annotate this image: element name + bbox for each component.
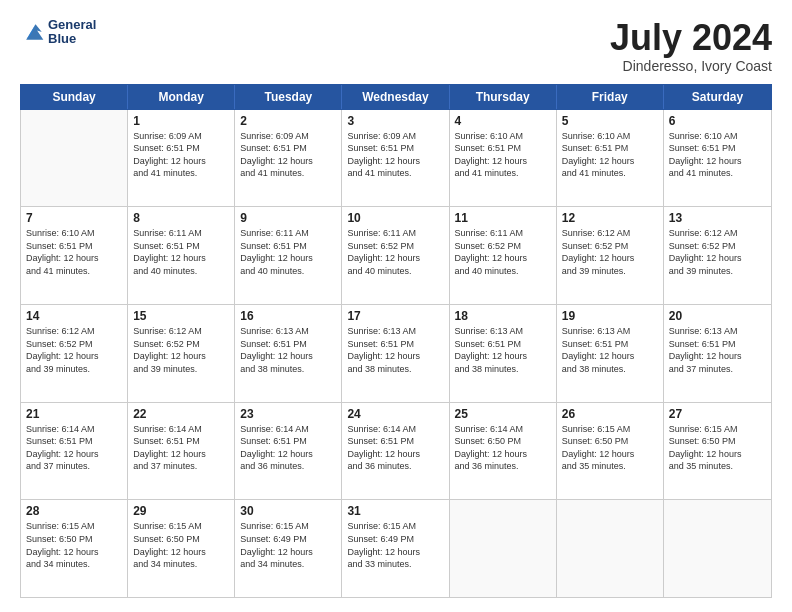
cell-date-number: 25	[455, 407, 551, 421]
calendar-cell: 26Sunrise: 6:15 AM Sunset: 6:50 PM Dayli…	[557, 403, 664, 500]
calendar-day-header: Sunday	[21, 85, 128, 109]
cell-daylight-info: Sunrise: 6:14 AM Sunset: 6:51 PM Dayligh…	[133, 423, 229, 473]
cell-daylight-info: Sunrise: 6:11 AM Sunset: 6:52 PM Dayligh…	[347, 227, 443, 277]
calendar-row: 7Sunrise: 6:10 AM Sunset: 6:51 PM Daylig…	[21, 207, 771, 305]
calendar-day-header: Tuesday	[235, 85, 342, 109]
cell-daylight-info: Sunrise: 6:09 AM Sunset: 6:51 PM Dayligh…	[240, 130, 336, 180]
cell-daylight-info: Sunrise: 6:12 AM Sunset: 6:52 PM Dayligh…	[562, 227, 658, 277]
cell-date-number: 14	[26, 309, 122, 323]
cell-date-number: 23	[240, 407, 336, 421]
calendar-cell	[557, 500, 664, 597]
cell-daylight-info: Sunrise: 6:13 AM Sunset: 6:51 PM Dayligh…	[562, 325, 658, 375]
calendar-cell: 7Sunrise: 6:10 AM Sunset: 6:51 PM Daylig…	[21, 207, 128, 304]
calendar-cell: 4Sunrise: 6:10 AM Sunset: 6:51 PM Daylig…	[450, 110, 557, 207]
cell-date-number: 21	[26, 407, 122, 421]
cell-daylight-info: Sunrise: 6:13 AM Sunset: 6:51 PM Dayligh…	[669, 325, 766, 375]
calendar-day-header: Wednesday	[342, 85, 449, 109]
cell-daylight-info: Sunrise: 6:10 AM Sunset: 6:51 PM Dayligh…	[562, 130, 658, 180]
cell-date-number: 2	[240, 114, 336, 128]
logo: General Blue	[20, 18, 96, 47]
calendar-cell: 11Sunrise: 6:11 AM Sunset: 6:52 PM Dayli…	[450, 207, 557, 304]
month-title: July 2024	[610, 18, 772, 58]
cell-date-number: 12	[562, 211, 658, 225]
cell-daylight-info: Sunrise: 6:10 AM Sunset: 6:51 PM Dayligh…	[669, 130, 766, 180]
cell-daylight-info: Sunrise: 6:11 AM Sunset: 6:51 PM Dayligh…	[133, 227, 229, 277]
cell-daylight-info: Sunrise: 6:14 AM Sunset: 6:50 PM Dayligh…	[455, 423, 551, 473]
calendar-header: SundayMondayTuesdayWednesdayThursdayFrid…	[20, 84, 772, 110]
cell-daylight-info: Sunrise: 6:13 AM Sunset: 6:51 PM Dayligh…	[347, 325, 443, 375]
calendar-cell: 31Sunrise: 6:15 AM Sunset: 6:49 PM Dayli…	[342, 500, 449, 597]
calendar-cell: 14Sunrise: 6:12 AM Sunset: 6:52 PM Dayli…	[21, 305, 128, 402]
calendar-cell: 12Sunrise: 6:12 AM Sunset: 6:52 PM Dayli…	[557, 207, 664, 304]
calendar-cell: 8Sunrise: 6:11 AM Sunset: 6:51 PM Daylig…	[128, 207, 235, 304]
calendar-day-header: Thursday	[450, 85, 557, 109]
cell-date-number: 9	[240, 211, 336, 225]
calendar-cell: 15Sunrise: 6:12 AM Sunset: 6:52 PM Dayli…	[128, 305, 235, 402]
calendar: SundayMondayTuesdayWednesdayThursdayFrid…	[20, 84, 772, 598]
cell-date-number: 22	[133, 407, 229, 421]
cell-date-number: 17	[347, 309, 443, 323]
cell-date-number: 28	[26, 504, 122, 518]
logo-top: General	[48, 18, 96, 32]
calendar-cell: 17Sunrise: 6:13 AM Sunset: 6:51 PM Dayli…	[342, 305, 449, 402]
cell-daylight-info: Sunrise: 6:12 AM Sunset: 6:52 PM Dayligh…	[133, 325, 229, 375]
calendar-cell: 5Sunrise: 6:10 AM Sunset: 6:51 PM Daylig…	[557, 110, 664, 207]
cell-date-number: 16	[240, 309, 336, 323]
calendar-cell: 13Sunrise: 6:12 AM Sunset: 6:52 PM Dayli…	[664, 207, 771, 304]
cell-date-number: 7	[26, 211, 122, 225]
cell-daylight-info: Sunrise: 6:15 AM Sunset: 6:50 PM Dayligh…	[669, 423, 766, 473]
calendar-day-header: Friday	[557, 85, 664, 109]
calendar-cell: 19Sunrise: 6:13 AM Sunset: 6:51 PM Dayli…	[557, 305, 664, 402]
calendar-row: 14Sunrise: 6:12 AM Sunset: 6:52 PM Dayli…	[21, 305, 771, 403]
calendar-cell: 9Sunrise: 6:11 AM Sunset: 6:51 PM Daylig…	[235, 207, 342, 304]
cell-date-number: 18	[455, 309, 551, 323]
cell-daylight-info: Sunrise: 6:09 AM Sunset: 6:51 PM Dayligh…	[133, 130, 229, 180]
logo-bottom: Blue	[48, 32, 96, 46]
calendar-row: 1Sunrise: 6:09 AM Sunset: 6:51 PM Daylig…	[21, 110, 771, 208]
calendar-cell: 18Sunrise: 6:13 AM Sunset: 6:51 PM Dayli…	[450, 305, 557, 402]
cell-date-number: 24	[347, 407, 443, 421]
calendar-cell: 28Sunrise: 6:15 AM Sunset: 6:50 PM Dayli…	[21, 500, 128, 597]
cell-date-number: 13	[669, 211, 766, 225]
cell-daylight-info: Sunrise: 6:14 AM Sunset: 6:51 PM Dayligh…	[347, 423, 443, 473]
cell-date-number: 5	[562, 114, 658, 128]
calendar-body: 1Sunrise: 6:09 AM Sunset: 6:51 PM Daylig…	[20, 110, 772, 598]
cell-date-number: 29	[133, 504, 229, 518]
logo-text: General Blue	[48, 18, 96, 47]
cell-daylight-info: Sunrise: 6:11 AM Sunset: 6:52 PM Dayligh…	[455, 227, 551, 277]
cell-date-number: 10	[347, 211, 443, 225]
cell-date-number: 15	[133, 309, 229, 323]
calendar-row: 28Sunrise: 6:15 AM Sunset: 6:50 PM Dayli…	[21, 500, 771, 597]
calendar-cell: 2Sunrise: 6:09 AM Sunset: 6:51 PM Daylig…	[235, 110, 342, 207]
cell-daylight-info: Sunrise: 6:14 AM Sunset: 6:51 PM Dayligh…	[26, 423, 122, 473]
cell-daylight-info: Sunrise: 6:10 AM Sunset: 6:51 PM Dayligh…	[455, 130, 551, 180]
cell-daylight-info: Sunrise: 6:15 AM Sunset: 6:49 PM Dayligh…	[347, 520, 443, 570]
cell-daylight-info: Sunrise: 6:13 AM Sunset: 6:51 PM Dayligh…	[455, 325, 551, 375]
cell-daylight-info: Sunrise: 6:09 AM Sunset: 6:51 PM Dayligh…	[347, 130, 443, 180]
cell-daylight-info: Sunrise: 6:12 AM Sunset: 6:52 PM Dayligh…	[26, 325, 122, 375]
title-block: July 2024 Dinderesso, Ivory Coast	[610, 18, 772, 74]
cell-daylight-info: Sunrise: 6:13 AM Sunset: 6:51 PM Dayligh…	[240, 325, 336, 375]
calendar-cell: 22Sunrise: 6:14 AM Sunset: 6:51 PM Dayli…	[128, 403, 235, 500]
calendar-cell: 27Sunrise: 6:15 AM Sunset: 6:50 PM Dayli…	[664, 403, 771, 500]
page-header: General Blue July 2024 Dinderesso, Ivory…	[20, 18, 772, 74]
calendar-cell: 1Sunrise: 6:09 AM Sunset: 6:51 PM Daylig…	[128, 110, 235, 207]
calendar-cell: 21Sunrise: 6:14 AM Sunset: 6:51 PM Dayli…	[21, 403, 128, 500]
cell-date-number: 19	[562, 309, 658, 323]
calendar-cell: 30Sunrise: 6:15 AM Sunset: 6:49 PM Dayli…	[235, 500, 342, 597]
calendar-cell: 23Sunrise: 6:14 AM Sunset: 6:51 PM Dayli…	[235, 403, 342, 500]
cell-daylight-info: Sunrise: 6:10 AM Sunset: 6:51 PM Dayligh…	[26, 227, 122, 277]
calendar-row: 21Sunrise: 6:14 AM Sunset: 6:51 PM Dayli…	[21, 403, 771, 501]
calendar-cell: 29Sunrise: 6:15 AM Sunset: 6:50 PM Dayli…	[128, 500, 235, 597]
calendar-cell: 16Sunrise: 6:13 AM Sunset: 6:51 PM Dayli…	[235, 305, 342, 402]
cell-daylight-info: Sunrise: 6:12 AM Sunset: 6:52 PM Dayligh…	[669, 227, 766, 277]
calendar-cell: 3Sunrise: 6:09 AM Sunset: 6:51 PM Daylig…	[342, 110, 449, 207]
cell-daylight-info: Sunrise: 6:15 AM Sunset: 6:50 PM Dayligh…	[133, 520, 229, 570]
location: Dinderesso, Ivory Coast	[610, 58, 772, 74]
calendar-cell	[21, 110, 128, 207]
cell-date-number: 11	[455, 211, 551, 225]
cell-date-number: 4	[455, 114, 551, 128]
calendar-day-header: Saturday	[664, 85, 771, 109]
cell-date-number: 1	[133, 114, 229, 128]
calendar-day-header: Monday	[128, 85, 235, 109]
